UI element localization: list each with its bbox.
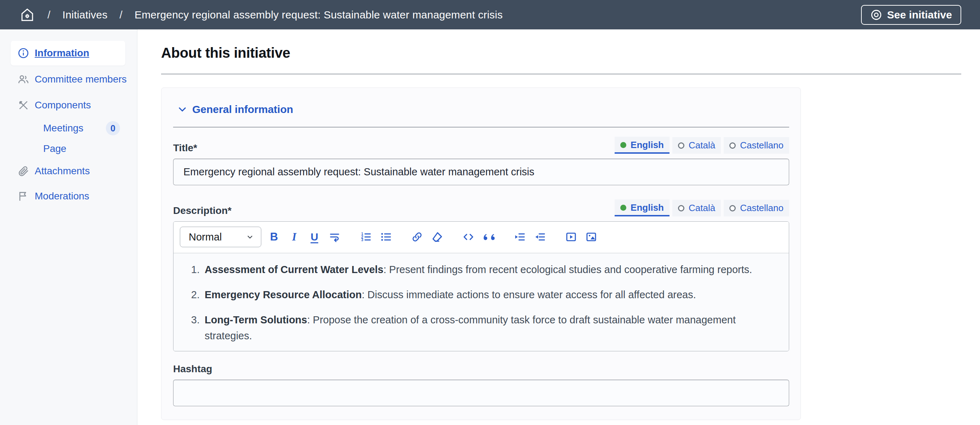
indent-decrease-icon — [534, 231, 546, 243]
description-language-tabs: English Català Castellano — [615, 199, 789, 216]
blockquote-button[interactable] — [480, 228, 497, 245]
users-icon — [17, 73, 30, 86]
code-view-button[interactable] — [460, 228, 477, 245]
sidebar-item-information[interactable]: Information — [11, 41, 125, 65]
list-item: Long-Term Solutions: Propose the creatio… — [202, 312, 775, 344]
link-button[interactable] — [409, 228, 426, 245]
underline-icon: U — [310, 231, 318, 243]
sidebar-item-page[interactable]: Page — [0, 139, 137, 159]
line-break-button[interactable] — [326, 228, 343, 245]
image-icon — [585, 231, 597, 243]
list-item-text: : Discuss immediate actions to ensure wa… — [362, 289, 696, 300]
sidebar-item-label: Moderations — [35, 191, 89, 202]
sidebar-item-label: Attachments — [35, 166, 90, 177]
chevron-down-icon — [177, 105, 187, 115]
blockquote-icon — [482, 231, 495, 243]
eye-icon — [870, 9, 882, 21]
sidebar: Information Committee members — [0, 29, 137, 425]
language-tab-castellano[interactable]: Castellano — [724, 200, 789, 216]
general-information-toggle[interactable]: General information — [177, 103, 789, 115]
title-input[interactable] — [173, 159, 789, 185]
sidebar-item-label: Page — [43, 143, 66, 154]
empty-language-radio-icon — [729, 205, 736, 212]
language-tab-label: English — [630, 202, 664, 213]
sidebar-item-committee-members[interactable]: Committee members — [0, 68, 137, 91]
image-button[interactable] — [583, 228, 600, 245]
information-icon — [17, 47, 30, 59]
format-selector[interactable]: Normal — [180, 227, 261, 247]
italic-button[interactable]: I — [286, 228, 303, 245]
underline-button[interactable]: U — [306, 228, 323, 245]
language-tab-label: English — [630, 140, 664, 151]
language-tab-label: Castellano — [740, 140, 783, 151]
indent-decrease-button[interactable] — [531, 228, 549, 245]
format-selector-value: Normal — [189, 231, 222, 243]
sidebar-item-attachments[interactable]: Attachments — [0, 159, 137, 183]
top-bar: / Initiatives / Emergency regional assem… — [0, 0, 980, 29]
filled-language-dot-icon — [620, 205, 626, 211]
language-tab-english[interactable]: English — [615, 137, 670, 154]
language-tab-catala[interactable]: Català — [672, 200, 721, 216]
meetings-count-badge: 0 — [106, 121, 120, 135]
breadcrumb-separator: / — [48, 9, 50, 21]
empty-language-radio-icon — [678, 142, 684, 149]
see-initiative-label: See initiative — [887, 9, 952, 21]
list-item: Assessment of Current Water Levels: Pres… — [202, 262, 775, 278]
indent-increase-icon — [514, 231, 526, 243]
description-rich-text-editor: Normal B I U — [173, 221, 789, 351]
sidebar-item-meetings[interactable]: Meetings 0 — [0, 118, 137, 139]
flag-icon — [17, 190, 30, 202]
hashtag-input[interactable] — [173, 380, 789, 406]
breadcrumb-separator: / — [120, 9, 123, 21]
sidebar-item-label: Meetings — [43, 123, 84, 134]
home-icon[interactable] — [20, 7, 35, 23]
main-content: About this initiative General informatio… — [137, 29, 980, 425]
section-title: General information — [192, 103, 293, 115]
language-tab-label: Castellano — [740, 202, 783, 213]
heading-divider — [161, 74, 961, 74]
language-tab-castellano[interactable]: Castellano — [724, 137, 789, 154]
language-tab-label: Català — [689, 140, 715, 151]
video-icon — [565, 231, 577, 243]
list-item-lead: Long-Term Solutions — [205, 314, 307, 325]
language-tab-label: Català — [689, 202, 715, 213]
language-tab-english[interactable]: English — [615, 199, 670, 216]
editor-toolbar: Normal B I U — [173, 222, 789, 253]
sidebar-item-label: Committee members — [35, 74, 127, 85]
unordered-list-icon — [380, 231, 392, 243]
breadcrumb-current-page: Emergency regional assembly request: Sus… — [135, 9, 503, 21]
list-item: Emergency Resource Allocation: Discuss i… — [202, 287, 775, 303]
description-field-label: Description* — [173, 205, 232, 216]
indent-increase-button[interactable] — [511, 228, 528, 245]
sidebar-item-label: Components — [35, 100, 91, 111]
empty-language-radio-icon — [729, 142, 736, 149]
unordered-list-button[interactable] — [377, 228, 395, 245]
description-ordered-list: Assessment of Current Water Levels: Pres… — [173, 262, 775, 344]
list-item-lead: Assessment of Current Water Levels — [205, 264, 383, 275]
filled-language-dot-icon — [620, 142, 626, 148]
code-view-icon — [462, 231, 474, 243]
tools-icon — [17, 99, 30, 111]
sidebar-item-components[interactable]: Components — [0, 94, 137, 117]
clear-format-button[interactable] — [429, 228, 446, 245]
chevron-down-icon — [246, 233, 254, 241]
see-initiative-button[interactable]: See initiative — [861, 5, 961, 25]
italic-icon: I — [292, 231, 296, 243]
general-information-card: General information Title* English Catal… — [161, 88, 801, 420]
paperclip-icon — [17, 165, 30, 177]
editor-content[interactable]: Assessment of Current Water Levels: Pres… — [173, 253, 789, 351]
bold-button[interactable]: B — [266, 228, 283, 245]
title-field-label: Title* — [173, 142, 197, 154]
language-tab-catala[interactable]: Català — [672, 137, 721, 154]
video-button[interactable] — [563, 228, 579, 245]
sidebar-item-moderations[interactable]: Moderations — [0, 185, 137, 208]
link-icon — [411, 231, 423, 243]
title-language-tabs: English Català Castellano — [615, 137, 789, 154]
ordered-list-button[interactable]: 123 — [357, 228, 374, 245]
page-title: About this initiative — [161, 45, 961, 61]
breadcrumb-initiatives[interactable]: Initiatives — [62, 9, 107, 21]
list-item-lead: Emergency Resource Allocation — [205, 289, 362, 300]
bold-icon: B — [270, 231, 278, 243]
empty-language-radio-icon — [678, 205, 684, 212]
list-item-text: : Present findings from recent ecologica… — [383, 264, 752, 275]
